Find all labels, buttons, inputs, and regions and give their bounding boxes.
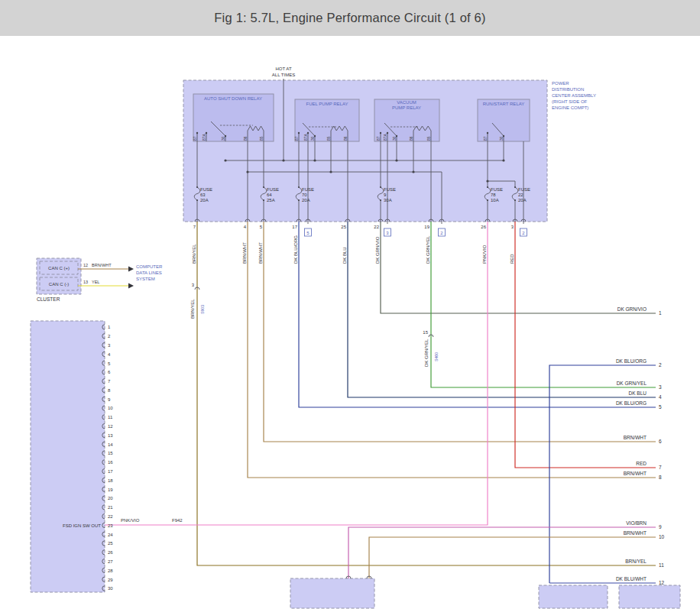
- right-wire-pin: 5: [659, 404, 662, 410]
- assembly-label-line: DISTRIBUTION: [552, 87, 584, 92]
- relay-pin-label: 87: [376, 136, 381, 141]
- relay-pin-label: 85: [259, 136, 264, 141]
- relay-pin-label: 87A: [303, 133, 308, 141]
- relay-pin-label: 30: [392, 136, 397, 141]
- exit-wire-label: DK GRN/VIO: [375, 236, 380, 264]
- fuse-name: FUSE: [491, 187, 503, 192]
- connector-ref: 5: [306, 231, 309, 235]
- right-wire-pin: 1: [659, 310, 662, 316]
- fuse-number: 70: [302, 193, 307, 197]
- right-wire-label: BRN/WHT: [624, 435, 647, 440]
- right-wire-label: BRN/YEL: [625, 559, 647, 564]
- can-c-minus-label: CAN C (-): [49, 282, 69, 287]
- connector-ref: 2: [440, 231, 443, 235]
- connector-ref: 3: [386, 231, 389, 235]
- relay-pin-label: 87A: [383, 133, 387, 141]
- exit-wire-label: BRN/WHT: [258, 242, 263, 264]
- bottom-center-component-box: [290, 578, 374, 608]
- right-wire-label: DK BLU/ORG: [616, 400, 647, 406]
- cluster-name: CLUSTER: [37, 296, 60, 302]
- left-connector-pin-number: 9: [108, 397, 111, 402]
- pdc-exit-labels: 7 4 5 17 25 22 19 26 3 5 3 2 2 BRN/YEL B…: [192, 225, 527, 264]
- fuse-amps: 20A: [200, 198, 209, 202]
- wire-brn-yel: [197, 222, 656, 565]
- splice-wire-label: BRN/YEL: [190, 299, 195, 319]
- exit-wire-label: BRN/WHT: [242, 242, 247, 264]
- left-connector-pin-number: 28: [108, 569, 113, 573]
- relay-pin-label: 30: [221, 136, 225, 141]
- circuit-id-label: F942: [172, 518, 183, 523]
- left-connector-pin-number: 1: [108, 325, 111, 329]
- left-connector-pin-number: 22: [108, 514, 113, 519]
- relay-pin-label: 86: [409, 136, 413, 141]
- wire-brn-wht-a: [248, 222, 656, 478]
- left-connector-pin-number: 11: [108, 415, 113, 419]
- splice-connector-id: S903: [200, 305, 205, 314]
- exit-pin: 22: [374, 225, 379, 229]
- connector-ref: 2: [522, 231, 525, 235]
- fsd-ign-sw-out-label: FSD IGN SW OUT: [63, 523, 101, 528]
- wire-vio-brn: [348, 527, 656, 578]
- right-wire-label: DK GRN/YEL: [617, 381, 647, 386]
- left-connector-pin-number: 10: [108, 406, 113, 410]
- right-wire-pin: 12: [659, 580, 665, 585]
- relay-pin-label: 87: [294, 136, 299, 141]
- left-connector-pin-number: 8: [108, 388, 111, 393]
- right-wire-ends: DK GRN/VIO 1 DK BLU/ORG 2 DK GRN/YEL 3 D…: [616, 306, 665, 585]
- fuel-pump-relay-label: FUEL PUMP RELAY: [306, 102, 348, 106]
- right-wire-label: DK BLU/ORG: [616, 358, 647, 364]
- right-wire-pin: 8: [659, 475, 662, 480]
- bottom-right-component-box-2: [619, 585, 680, 608]
- fuse-amps: 10A: [491, 198, 499, 202]
- fuse-number: 64: [267, 193, 272, 197]
- right-wire-pin: 6: [659, 439, 662, 444]
- exit-pin: 26: [481, 225, 486, 229]
- left-connector-pin-number: 19: [108, 488, 113, 492]
- fuse-amps: 20A: [518, 198, 527, 202]
- splice-connector-id: S460: [434, 352, 439, 361]
- assembly-label-line: CENTER ASSEMBLY: [552, 93, 596, 98]
- arrow-right-icon: [128, 267, 134, 272]
- relay-pin-label: 85: [326, 136, 331, 141]
- right-wire-pin: 10: [659, 534, 665, 539]
- left-connector-pin-number: 18: [108, 478, 113, 483]
- right-wire-pin: 4: [659, 394, 662, 400]
- wiring-diagram-canvas: AUTO SHUT DOWN RELAY 87 87A 30 86 85 FUE…: [0, 36, 700, 609]
- wire-brn-wht-c: [369, 537, 656, 578]
- left-connector-pin-number: 17: [108, 469, 113, 474]
- left-connector-pin-number: 16: [108, 460, 113, 465]
- arrow-right-icon: [128, 283, 134, 289]
- left-connector-pin-number: 25: [108, 541, 113, 546]
- wires: [78, 222, 656, 583]
- left-connector: [31, 321, 105, 592]
- right-wire-label: VIO/BRN: [626, 520, 647, 526]
- left-connector-pin-number: 20: [108, 496, 113, 500]
- cluster-wire-yel: YEL: [92, 280, 99, 284]
- auto-shut-down-relay: AUTO SHUT DOWN RELAY 87 87A 30 86 85: [193, 94, 274, 141]
- vacuum-pump-relay-label-line1: VACUUM: [397, 100, 416, 105]
- right-wire-pin: 2: [659, 362, 662, 368]
- fuse-amps: 20A: [302, 198, 310, 202]
- hot-at-all-times-label: HOT AT ALL TIMES: [272, 66, 295, 77]
- exit-pin: 5: [260, 225, 263, 229]
- cluster-wire-brn-wht: BRN/WHT: [92, 263, 112, 267]
- left-connector-pin-number: 15: [108, 451, 113, 455]
- wiring-diagram-page: Fig 1: 5.7L, Engine Performance Circuit …: [0, 0, 700, 609]
- fuse-number: 78: [491, 193, 496, 197]
- left-connector-pin-number: 4: [108, 352, 111, 357]
- can-c-plus-label: CAN C (+): [48, 266, 70, 270]
- left-connector-pin-number: 30: [108, 586, 113, 591]
- exit-wire-label: DK BLU/ORG: [293, 235, 298, 264]
- auto-shut-down-relay-label: AUTO SHUT DOWN RELAY: [204, 96, 262, 101]
- right-wire-pin: 3: [659, 384, 662, 390]
- bottom-right-component-box-1: [539, 585, 608, 608]
- right-wire-label: DK BLU/WHT: [616, 576, 647, 581]
- wire-dk-blu: [348, 222, 656, 397]
- cluster: [37, 258, 81, 294]
- exit-wire-label: PNK/VIO: [482, 245, 487, 264]
- wire-dk-blu-org-a: [299, 222, 656, 407]
- fuse-amps: 25A: [267, 198, 275, 202]
- left-connector-pin-number: 6: [108, 370, 111, 374]
- relay-pin-label: 30: [310, 136, 315, 141]
- fuse-name: FUSE: [302, 187, 314, 192]
